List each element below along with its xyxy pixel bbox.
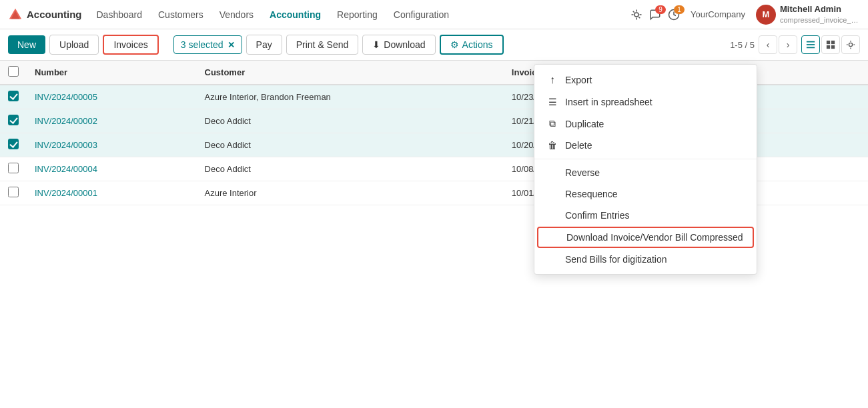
kanban-view-button[interactable] <box>821 35 840 54</box>
delete-label: Delete <box>565 140 592 151</box>
svg-rect-13 <box>827 41 830 44</box>
svg-rect-15 <box>827 45 830 49</box>
delete-icon: 🗑 <box>546 140 558 151</box>
row-number[interactable]: INV/2024/00004 <box>27 157 197 181</box>
row-extra <box>833 157 868 181</box>
download-button[interactable]: ⬇ Download <box>362 35 435 55</box>
svg-line-6 <box>638 17 640 18</box>
pay-button[interactable]: Pay <box>246 35 282 55</box>
row-checkbox-checked[interactable] <box>8 139 19 149</box>
selected-badge: 3 selected ✕ <box>173 35 242 54</box>
row-extra <box>833 85 868 109</box>
nav-logo[interactable]: Accounting <box>8 7 82 22</box>
nav-link-accounting[interactable]: Accounting <box>262 0 329 29</box>
row-checkbox-cell[interactable] <box>0 109 27 133</box>
view-btns <box>801 35 860 54</box>
chat-icon-btn[interactable]: 9 <box>649 9 661 21</box>
select-all-header[interactable] <box>0 61 27 85</box>
pagination-text: 1-5 / 5 <box>730 40 755 50</box>
row-extra <box>833 181 868 205</box>
svg-rect-12 <box>807 47 815 49</box>
actions-button[interactable]: ⚙ Actions <box>440 35 504 55</box>
clear-selection-button[interactable]: ✕ <box>228 40 235 50</box>
prev-page-button[interactable]: ‹ <box>759 35 777 54</box>
user-sub: compressed_invoice_repor... <box>780 15 860 25</box>
menu-item-export[interactable]: ↑ Export <box>534 69 757 91</box>
nav-link-configuration[interactable]: Configuration <box>386 0 457 29</box>
select-all-checkbox[interactable] <box>8 66 19 77</box>
row-checkbox[interactable] <box>8 163 19 173</box>
svg-rect-16 <box>831 45 835 49</box>
user-info: Mitchell Admin compressed_invoice_repor.… <box>780 4 860 25</box>
menu-item-duplicate[interactable]: ⧉ Duplicate <box>534 113 757 135</box>
settings-view-button[interactable] <box>841 35 860 54</box>
logo-icon <box>8 7 23 22</box>
svg-point-2 <box>634 13 638 17</box>
row-checkbox-checked[interactable] <box>8 91 19 101</box>
chat-badge: 9 <box>655 5 666 14</box>
row-customer: Deco Addict <box>197 109 504 133</box>
row-checkbox-checked[interactable] <box>8 115 19 125</box>
col-customer[interactable]: Customer <box>197 61 504 85</box>
row-checkbox-cell[interactable] <box>0 85 27 109</box>
row-customer: Deco Addict <box>197 157 504 181</box>
menu-item-insert-spreadsheet[interactable]: ☰ Insert in spreadsheet <box>534 91 757 113</box>
row-number[interactable]: INV/2024/00002 <box>27 109 197 133</box>
user-name: Mitchell Admin <box>780 4 860 15</box>
list-view-button[interactable] <box>801 35 820 54</box>
menu-item-resequence[interactable]: Resequence <box>534 183 757 205</box>
selected-count: 3 selected <box>181 39 224 50</box>
svg-point-17 <box>849 43 852 46</box>
next-page-button[interactable]: › <box>779 35 797 54</box>
print-send-button[interactable]: Print & Send <box>286 35 359 55</box>
resequence-label: Resequence <box>565 189 618 199</box>
user-avatar: M <box>756 5 776 25</box>
page-nav: ‹ › <box>759 35 797 54</box>
col-number[interactable]: Number <box>27 61 197 85</box>
col-extra <box>833 61 868 85</box>
row-number[interactable]: INV/2024/00003 <box>27 133 197 157</box>
svg-rect-10 <box>807 41 815 43</box>
export-label: Export <box>565 75 592 85</box>
actions-gear-icon: ⚙ <box>450 39 459 50</box>
upload-button[interactable]: Upload <box>49 35 99 55</box>
export-icon: ↑ <box>546 74 558 86</box>
clock-icon-btn[interactable]: 1 <box>668 9 680 21</box>
nav-logo-text: Accounting <box>27 9 82 20</box>
toolbar: New Upload Invoices 3 selected ✕ Pay Pri… <box>0 29 868 61</box>
menu-item-confirm-entries[interactable]: Confirm Entries <box>534 205 757 205</box>
nav-link-dashboard[interactable]: Dashboard <box>89 0 151 29</box>
row-checkbox[interactable] <box>8 187 19 197</box>
menu-divider-1 <box>534 159 757 159</box>
duplicate-label: Duplicate <box>565 119 604 129</box>
row-checkbox-cell[interactable] <box>0 157 27 181</box>
svg-rect-11 <box>807 44 815 45</box>
top-nav: Accounting Dashboard Customers Vendors A… <box>0 0 868 29</box>
row-checkbox-cell[interactable] <box>0 181 27 205</box>
duplicate-icon: ⧉ <box>546 118 558 129</box>
menu-item-delete[interactable]: 🗑 Delete <box>534 135 757 156</box>
download-icon: ⬇ <box>372 39 380 50</box>
spreadsheet-icon: ☰ <box>546 97 558 107</box>
row-extra <box>833 133 868 157</box>
new-button[interactable]: New <box>8 35 45 54</box>
row-number[interactable]: INV/2024/00001 <box>27 181 197 205</box>
svg-line-5 <box>633 11 634 12</box>
menu-item-reverse[interactable]: Reverse <box>534 162 757 183</box>
reverse-label: Reverse <box>565 167 600 178</box>
svg-rect-14 <box>831 41 835 44</box>
insert-spreadsheet-label: Insert in spreadsheet <box>565 97 653 107</box>
row-number[interactable]: INV/2024/00005 <box>27 85 197 109</box>
user-area[interactable]: M Mitchell Admin compressed_invoice_repo… <box>756 4 860 25</box>
invoices-tab[interactable]: Invoices <box>103 35 158 55</box>
bug-icon-btn[interactable] <box>630 9 642 21</box>
toolbar-right: 1-5 / 5 ‹ › <box>730 35 860 54</box>
nav-link-reporting[interactable]: Reporting <box>329 0 386 29</box>
row-extra <box>833 109 868 133</box>
nav-link-vendors[interactable]: Vendors <box>211 0 262 29</box>
clock-badge: 1 <box>674 5 685 14</box>
nav-right: 9 1 YourCompany M Mitchell Admin compres… <box>630 4 860 25</box>
row-checkbox-cell[interactable] <box>0 133 27 157</box>
nav-link-customers[interactable]: Customers <box>150 0 211 29</box>
nav-links: Dashboard Customers Vendors Accounting R… <box>89 0 631 29</box>
